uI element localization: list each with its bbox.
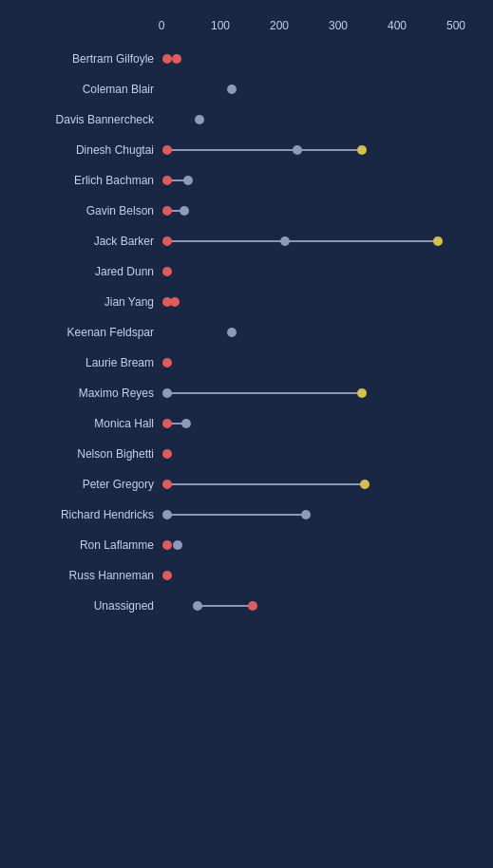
data-row: Bertram Gilfoyle	[9, 44, 484, 74]
plot-area	[161, 445, 456, 462]
data-dot	[162, 571, 172, 580]
data-dot	[173, 540, 182, 550]
data-dot	[162, 176, 172, 185]
data-dot	[180, 206, 189, 216]
plot-area	[161, 597, 456, 614]
plot-area	[161, 567, 456, 584]
axis-tick-label: 0	[159, 19, 165, 32]
data-row: Peter Gregory	[9, 469, 484, 500]
row-label: Jared Dunn	[9, 265, 161, 278]
plot-area	[161, 172, 456, 189]
plot-area	[161, 324, 456, 341]
data-row: Jian Yang	[9, 287, 484, 317]
plot-area	[161, 506, 456, 523]
data-dot	[162, 358, 172, 368]
row-label: Laurie Bream	[9, 356, 161, 369]
row-label: Jack Barker	[9, 235, 161, 248]
data-dot	[162, 388, 172, 398]
data-row: Laurie Bream	[9, 348, 484, 378]
data-dot	[162, 236, 172, 246]
data-row: Nelson Bighetti	[9, 439, 484, 469]
row-label: Unassigned	[9, 599, 161, 613]
row-label: Jian Yang	[9, 295, 161, 309]
data-dot	[193, 601, 202, 611]
data-dot	[293, 145, 302, 155]
data-dot	[301, 510, 311, 519]
range-line	[198, 605, 253, 607]
plot-area	[161, 233, 456, 250]
axis-tick-label: 100	[211, 19, 230, 32]
range-line	[167, 149, 362, 151]
data-dot	[162, 206, 172, 216]
row-label: Richard Hendricks	[9, 508, 161, 521]
row-label: Ron Laflamme	[9, 538, 161, 552]
data-dot	[162, 480, 172, 489]
row-label: Erlich Bachman	[9, 174, 161, 187]
data-dot	[170, 297, 180, 307]
data-dot	[195, 115, 204, 124]
data-dot	[248, 601, 257, 611]
axis-row: 0100200300400500	[9, 19, 484, 42]
range-line	[167, 514, 306, 516]
data-row: Erlich Bachman	[9, 165, 484, 196]
axis-tick-label: 400	[388, 19, 407, 32]
row-label: Bertram Gilfoyle	[9, 52, 161, 66]
data-row: Ron Laflamme	[9, 530, 484, 560]
plot-area	[161, 81, 456, 98]
axis-labels: 0100200300400500	[161, 19, 456, 38]
range-line	[167, 483, 365, 485]
data-row: Monica Hall	[9, 408, 484, 439]
plot-area	[161, 415, 456, 432]
data-dot	[357, 388, 367, 398]
data-row: Jared Dunn	[9, 256, 484, 287]
data-dot	[162, 419, 172, 428]
row-label: Coleman Blair	[9, 83, 161, 96]
axis-tick-label: 500	[446, 19, 465, 32]
data-row: Richard Hendricks	[9, 500, 484, 530]
data-dot	[162, 510, 172, 519]
data-row: Coleman Blair	[9, 74, 484, 104]
axis-tick-label: 200	[270, 19, 289, 32]
plot-area	[161, 293, 456, 311]
data-dot	[162, 267, 172, 276]
plot-area	[161, 263, 456, 280]
row-label: Keenan Feldspar	[9, 326, 161, 339]
data-row: Keenan Feldspar	[9, 317, 484, 348]
data-dot	[183, 176, 193, 185]
rows-container: Bertram GilfoyleColeman BlairDavis Banne…	[9, 44, 484, 621]
range-line	[167, 392, 362, 394]
row-label: Peter Gregory	[9, 478, 161, 491]
data-row: Davis Bannercheck	[9, 104, 484, 135]
row-label: Russ Hanneman	[9, 569, 161, 582]
data-row: Dinesh Chugtai	[9, 135, 484, 165]
data-dot	[280, 236, 290, 246]
data-row: Jack Barker	[9, 226, 484, 256]
row-label: Gavin Belson	[9, 204, 161, 217]
row-label: Dinesh Chugtai	[9, 143, 161, 157]
range-line	[167, 240, 438, 242]
data-dot	[433, 236, 443, 246]
plot-area	[161, 50, 456, 67]
data-dot	[357, 145, 367, 155]
row-label: Davis Bannercheck	[9, 113, 161, 126]
data-dot	[227, 328, 237, 337]
data-dot	[162, 145, 172, 155]
plot-area	[161, 476, 456, 493]
data-dot	[227, 85, 237, 94]
data-dot	[360, 480, 370, 489]
plot-area	[161, 385, 456, 402]
row-label: Maximo Reyes	[9, 387, 161, 400]
data-row: Unassigned	[9, 591, 484, 621]
plot-area	[161, 142, 456, 159]
axis-tick-label: 300	[329, 19, 348, 32]
data-row: Russ Hanneman	[9, 560, 484, 591]
plot-area	[161, 111, 456, 128]
plot-area	[161, 202, 456, 219]
data-dot	[162, 449, 172, 459]
plot-area	[161, 354, 456, 371]
row-label: Nelson Bighetti	[9, 447, 161, 461]
data-dot	[181, 419, 191, 428]
data-dot	[162, 540, 172, 550]
chart-container: 0100200300400500 Bertram GilfoyleColeman…	[0, 9, 493, 650]
data-row: Gavin Belson	[9, 196, 484, 226]
